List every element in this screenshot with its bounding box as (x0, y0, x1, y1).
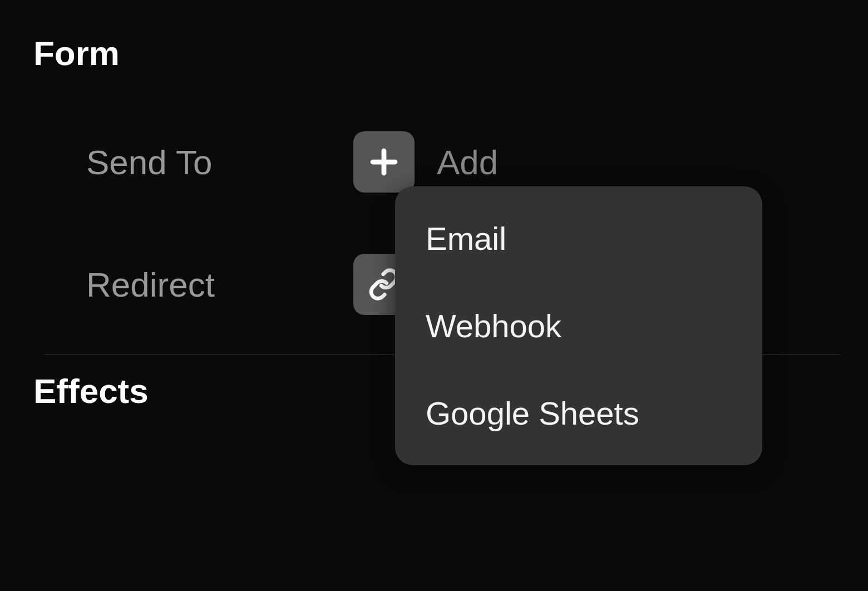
send-to-row: Send To Add (28, 131, 840, 193)
dropdown-item-webhook[interactable]: Webhook (395, 282, 762, 370)
dropdown-item-email[interactable]: Email (395, 195, 762, 282)
redirect-label: Redirect (86, 265, 353, 304)
form-section-header: Form (28, 33, 840, 73)
plus-icon (367, 145, 401, 179)
add-send-to-button[interactable]: Add (353, 131, 498, 193)
dropdown-item-google-sheets[interactable]: Google Sheets (395, 370, 762, 457)
send-to-label: Send To (86, 142, 353, 182)
add-icon-chip (353, 131, 415, 193)
send-to-dropdown: Email Webhook Google Sheets (395, 186, 762, 465)
add-button-label: Add (437, 142, 498, 182)
properties-panel: Form Send To Add Redirect Effects (0, 0, 868, 591)
